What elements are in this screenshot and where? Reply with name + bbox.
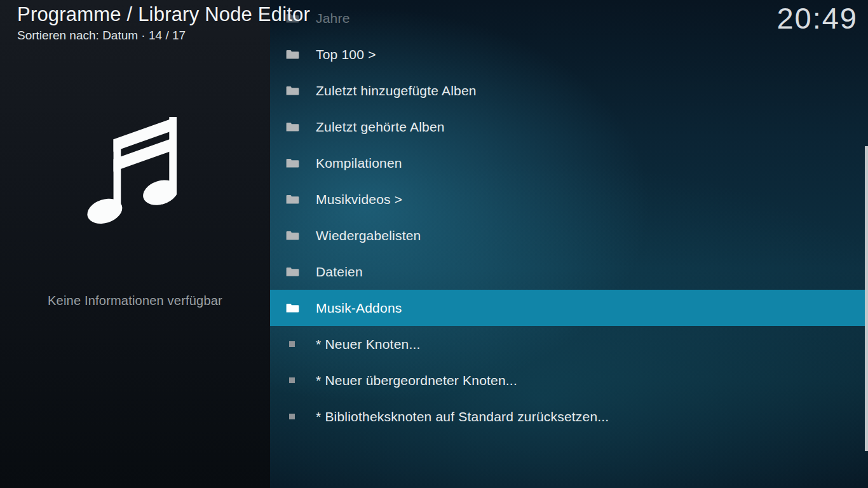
music-note-icon	[78, 107, 177, 231]
list-item[interactable]: * Bibliotheksknoten auf Standard zurücks…	[270, 398, 868, 435]
list-item-label: Dateien	[316, 264, 363, 280]
list-item[interactable]: Musikvideos >	[270, 181, 868, 217]
list-item-label: Wiedergabelisten	[316, 228, 421, 243]
node-list: Jahre Top 100 > Zuletzt hinzugefügte Alb…	[270, 0, 868, 435]
list-item[interactable]: Musik-Addons	[270, 290, 865, 326]
folder-icon	[285, 121, 300, 132]
list-item-icon-slot	[285, 158, 316, 168]
list-item-label: Musik-Addons	[316, 301, 402, 316]
list-item-label: Zuletzt gehörte Alben	[316, 119, 445, 135]
list-item-icon-slot	[285, 194, 316, 205]
list-item-icon-slot	[285, 49, 316, 60]
list-item[interactable]: Zuletzt gehörte Alben	[270, 109, 868, 145]
list-item-label: * Neuer übergeordneter Knoten...	[316, 373, 517, 388]
list-item-icon-slot	[285, 266, 316, 277]
bullet-square-icon	[289, 377, 295, 383]
list-item[interactable]: Zuletzt hinzugefügte Alben	[270, 72, 868, 109]
list-item-label: Kompilationen	[316, 156, 402, 171]
list-item-label: Musikvideos >	[316, 192, 402, 207]
folder-icon	[285, 158, 300, 168]
folder-icon	[285, 266, 300, 277]
list-item-label: * Bibliotheksknoten auf Standard zurücks…	[316, 409, 609, 424]
list-item[interactable]: Top 100 >	[270, 36, 868, 72]
list-item-icon-slot	[285, 121, 316, 132]
folder-icon	[285, 194, 300, 205]
kodi-screen: Keine Informationen verfügbar Jahre Top …	[0, 0, 868, 488]
list-item-label: Jahre	[316, 11, 350, 26]
list-item-icon-slot	[285, 377, 316, 383]
list-item-icon-slot	[285, 414, 316, 419]
list-item-label: Zuletzt hinzugefügte Alben	[316, 83, 477, 98]
bullet-square-icon	[289, 341, 295, 347]
scrollbar-thumb[interactable]	[865, 146, 868, 451]
list-item[interactable]: * Neuer übergeordneter Knoten...	[270, 362, 868, 398]
page-title: Programme / Library Node Editor	[17, 3, 310, 26]
folder-icon	[285, 230, 300, 241]
bullet-square-icon	[289, 414, 295, 419]
folder-icon	[285, 49, 300, 60]
sort-status: Sortieren nach: Datum · 14 / 17	[17, 29, 310, 43]
list-item-icon-slot	[285, 341, 316, 347]
no-info-text: Keine Informationen verfügbar	[0, 294, 270, 308]
info-panel: Keine Informationen verfügbar	[0, 0, 270, 488]
folder-icon	[285, 85, 300, 96]
list-item-icon-slot	[285, 302, 316, 313]
list-item[interactable]: Kompilationen	[270, 145, 868, 181]
list-item-label: Top 100 >	[316, 47, 376, 62]
folder-icon	[285, 302, 300, 313]
list-item-icon-slot	[285, 85, 316, 96]
clock: 20:49	[776, 1, 858, 36]
list-item-label: * Neuer Knoten...	[316, 337, 421, 352]
list-item-icon-slot	[285, 230, 316, 241]
list-item[interactable]: * Neuer Knoten...	[270, 326, 868, 362]
list-item[interactable]: Wiedergabelisten	[270, 217, 868, 254]
list-item[interactable]: Dateien	[270, 254, 868, 290]
page-header: Programme / Library Node Editor Sortiere…	[17, 3, 310, 43]
